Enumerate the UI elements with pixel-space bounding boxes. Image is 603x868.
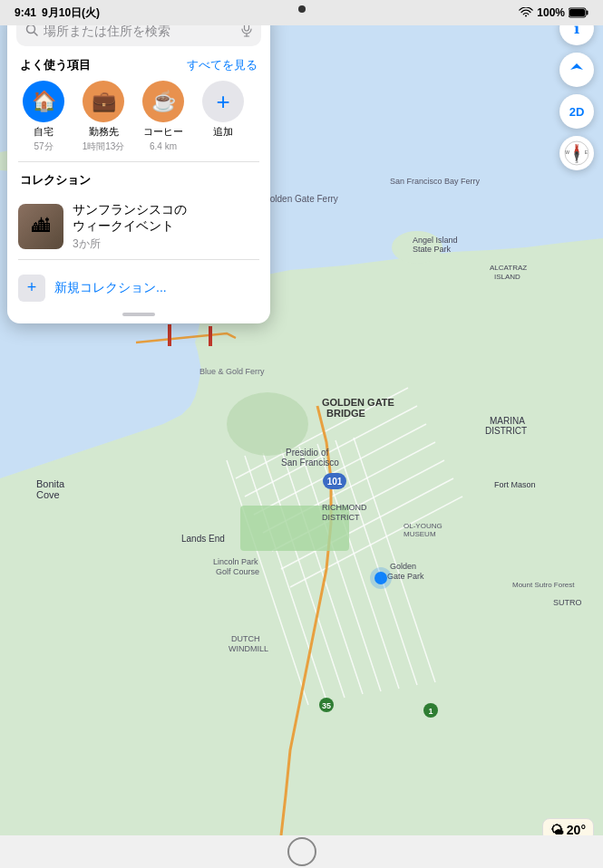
- battery-level: 100%: [537, 6, 565, 19]
- battery-icon: [569, 7, 588, 18]
- camera-dot: [298, 5, 306, 13]
- add-icon: +: [202, 81, 244, 122]
- collection-name: サンフランシスコのウィークイベント: [73, 201, 259, 234]
- svg-text:DUTCH: DUTCH: [231, 634, 260, 643]
- location-arrow-icon: [569, 63, 584, 77]
- favorites-row: 🏠 自宅 57分 💼 勤務先 1時間13分 ☕ コーヒー 6.4 km + 追加: [7, 79, 270, 161]
- svg-text:MUSEUM: MUSEUM: [404, 530, 436, 538]
- svg-text:Fort Mason: Fort Mason: [494, 480, 536, 489]
- svg-text:DISTRICT: DISTRICT: [485, 426, 527, 436]
- compass-icon: N S W E: [564, 140, 589, 166]
- add-label: 追加: [213, 126, 233, 138]
- drag-handle: [122, 313, 155, 316]
- 2d-label: 2D: [569, 105, 585, 119]
- compass-button[interactable]: N S W E: [559, 136, 594, 170]
- favorite-home[interactable]: 🏠 自宅 57分: [16, 81, 71, 152]
- collections-header: コレクション: [7, 169, 270, 194]
- svg-text:OL-YOUNG: OL-YOUNG: [404, 522, 443, 530]
- new-collection-button[interactable]: + 新規コレクション...: [7, 267, 270, 309]
- collections-title: コレクション: [20, 173, 91, 187]
- svg-text:Blue & Gold Ferry: Blue & Gold Ferry: [199, 367, 265, 376]
- svg-text:N: N: [575, 143, 579, 149]
- svg-text:35: 35: [322, 701, 331, 710]
- work-sublabel: 1時間13分: [83, 141, 125, 152]
- search-icon: [25, 24, 38, 39]
- coffee-icon: ☕: [142, 81, 184, 122]
- svg-text:San Francisco: San Francisco: [281, 458, 339, 468]
- collection-item-sf[interactable]: 🏙 サンフランシスコのウィークイベント 3か所: [7, 194, 270, 258]
- home-icon: 🏠: [23, 81, 64, 122]
- collection-info: サンフランシスコのウィークイベント 3か所: [73, 201, 259, 251]
- work-label: 勤務先: [89, 126, 119, 138]
- svg-text:W: W: [565, 149, 569, 155]
- svg-text:Angel Island: Angel Island: [413, 236, 458, 245]
- coffee-label: コーヒー: [143, 126, 183, 138]
- svg-text:Cove: Cove: [36, 489, 60, 500]
- wifi-icon: [519, 7, 533, 18]
- svg-text:Bonita: Bonita: [36, 478, 65, 489]
- favorite-work[interactable]: 💼 勤務先 1時間13分: [76, 81, 131, 152]
- svg-text:WINDMILL: WINDMILL: [229, 644, 268, 653]
- svg-text:Mount Sutro Forest: Mount Sutro Forest: [512, 581, 575, 589]
- collection-count: 3か所: [73, 236, 259, 252]
- svg-text:Presidio of: Presidio of: [286, 448, 328, 458]
- svg-text:Golden: Golden: [390, 562, 416, 571]
- collection-thumbnail: 🏙: [18, 204, 63, 249]
- svg-text:MARINA: MARINA: [490, 416, 525, 426]
- status-date: 9月10日(火): [42, 5, 100, 21]
- svg-rect-21: [168, 324, 171, 346]
- svg-text:101: 101: [327, 477, 343, 487]
- favorite-add[interactable]: + 追加: [196, 81, 250, 138]
- svg-text:BRIDGE: BRIDGE: [326, 408, 365, 419]
- svg-rect-2: [569, 9, 585, 16]
- 2d-view-button[interactable]: 2D: [559, 94, 594, 129]
- favorites-title: よく使う項目: [20, 57, 91, 73]
- svg-text:ALCATRAZ: ALCATRAZ: [490, 264, 527, 272]
- home-label: 自宅: [34, 126, 53, 138]
- svg-point-24: [227, 392, 308, 456]
- divider-1: [18, 161, 259, 162]
- svg-point-63: [370, 567, 392, 589]
- svg-text:ISLAND: ISLAND: [494, 273, 520, 281]
- map-controls: ℹ 2D N S W E: [559, 11, 594, 170]
- svg-text:DISTRICT: DISTRICT: [322, 513, 360, 522]
- svg-text:Golf Course: Golf Course: [216, 567, 259, 576]
- svg-text:Golden Gate Ferry: Golden Gate Ferry: [263, 194, 338, 204]
- svg-text:State Park: State Park: [413, 245, 452, 254]
- svg-text:Lincoln Park: Lincoln Park: [213, 557, 258, 566]
- favorites-header: よく使う項目 すべてを見る: [7, 53, 270, 79]
- status-bar: 9:41 9月10日(火) 100%: [0, 0, 603, 25]
- collection-thumb-image: 🏙: [18, 204, 63, 249]
- home-sublabel: 57分: [34, 141, 53, 152]
- divider-2: [18, 259, 259, 260]
- location-button[interactable]: [559, 53, 594, 87]
- svg-line-73: [34, 33, 38, 36]
- svg-text:Lands End: Lands End: [181, 534, 225, 544]
- svg-text:RICHMOND: RICHMOND: [322, 503, 367, 512]
- favorite-coffee[interactable]: ☕ コーヒー 6.4 km: [136, 81, 190, 152]
- svg-text:SUTRO: SUTRO: [553, 598, 582, 607]
- home-button[interactable]: [287, 837, 316, 866]
- search-panel: 場所または住所を検索 よく使う項目 すべてを見る 🏠 自宅 57分 💼 勤務先 …: [7, 7, 270, 323]
- see-all-link[interactable]: すべてを見る: [187, 57, 258, 73]
- svg-text:San Francisco Bay Ferry: San Francisco Bay Ferry: [390, 177, 481, 186]
- svg-text:1: 1: [428, 707, 433, 716]
- status-time: 9:41: [15, 6, 36, 19]
- svg-text:Gate Park: Gate Park: [387, 572, 424, 581]
- new-collection-label[interactable]: 新規コレクション...: [54, 280, 167, 296]
- status-right: 100%: [519, 6, 588, 19]
- svg-rect-22: [209, 326, 212, 346]
- new-collection-icon: +: [18, 275, 45, 302]
- svg-rect-1: [587, 11, 588, 15]
- work-icon: 💼: [83, 81, 124, 122]
- search-input[interactable]: 場所または住所を検索: [44, 24, 236, 40]
- svg-point-78: [575, 151, 579, 155]
- home-button-bar: [0, 835, 603, 868]
- svg-text:GOLDEN GATE: GOLDEN GATE: [322, 397, 394, 408]
- coffee-sublabel: 6.4 km: [150, 141, 177, 152]
